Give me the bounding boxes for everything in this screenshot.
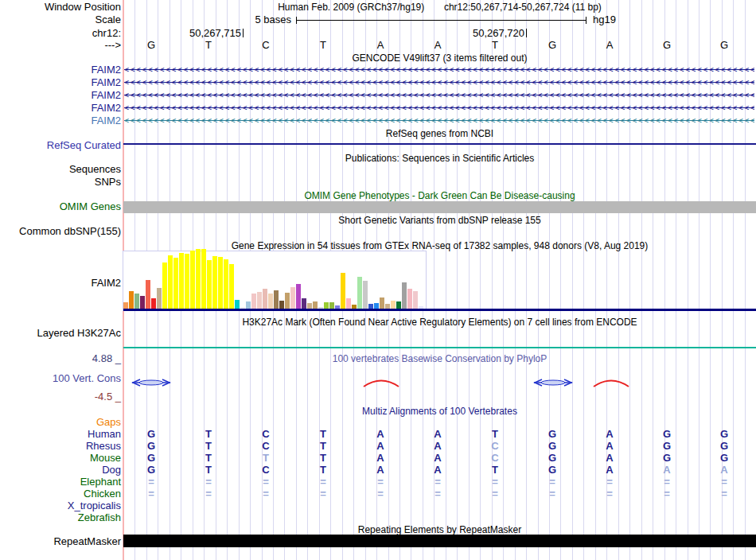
gtex-bar[interactable]	[196, 249, 201, 309]
h3k27ac-label[interactable]: Layered H3K27Ac	[0, 328, 121, 339]
gtex-bar[interactable]	[146, 280, 150, 309]
gene-label[interactable]: FAIM2	[0, 90, 121, 101]
gtex-bar[interactable]	[302, 298, 306, 309]
sequences-label[interactable]: Sequences	[0, 164, 121, 175]
gtex-bar[interactable]	[224, 259, 228, 309]
gtex-bar[interactable]	[285, 293, 290, 309]
gtex-bar[interactable]	[229, 264, 234, 309]
h3k27ac-track-line[interactable]	[123, 347, 756, 348]
gtex-bar[interactable]	[329, 302, 334, 309]
gene-model-row[interactable]: <<<<<<<<<<<<<<<<<<<<<<<<<<<<<<<<<<<<<<<<…	[124, 115, 754, 126]
gene-model-row[interactable]: <<<<<<<<<<<<<<<<<<<<<<<<<<<<<<<<<<<<<<<<…	[124, 64, 754, 76]
gtex-bar[interactable]	[341, 273, 345, 309]
chrom-label: chr12:	[0, 28, 121, 39]
gtex-bar[interactable]	[246, 301, 251, 309]
gtex-bar[interactable]	[207, 260, 212, 309]
gene-label[interactable]: FAIM2	[0, 103, 121, 114]
repeatmasker-label[interactable]: RepeatMasker	[0, 536, 121, 547]
gtex-bar[interactable]	[190, 251, 195, 309]
gene-label[interactable]: FAIM2	[0, 64, 121, 76]
align-letter: T	[317, 429, 329, 440]
gtex-bar[interactable]	[212, 256, 217, 309]
repeatmasker-bar[interactable]	[123, 535, 756, 547]
gtex-bar[interactable]	[235, 300, 240, 309]
dbsnp-label[interactable]: Common dbSNP(155)	[0, 226, 121, 237]
align-letter: =	[431, 488, 444, 500]
gtex-gene-label[interactable]: FAIM2	[0, 278, 121, 289]
gtex-bar[interactable]	[129, 291, 134, 309]
gtex-bar[interactable]	[380, 298, 384, 309]
gtex-bar[interactable]	[251, 294, 256, 309]
conservation-mark-peak-arc[interactable]	[590, 376, 632, 389]
gtex-bar[interactable]	[168, 255, 173, 309]
gtex-bar[interactable]	[368, 304, 373, 309]
gene-label[interactable]: FAIM2	[0, 77, 121, 88]
gtex-bar[interactable]	[290, 287, 295, 309]
align-letter: A	[603, 465, 616, 476]
gtex-bar[interactable]	[385, 304, 390, 309]
gtex-bar[interactable]	[173, 258, 178, 309]
gtex-bar[interactable]	[279, 301, 284, 309]
refseq-gene-line[interactable]	[123, 143, 756, 145]
gtex-bar[interactable]	[419, 306, 423, 309]
gtex-bar[interactable]	[274, 290, 279, 309]
gtex-bar[interactable]	[407, 289, 412, 309]
gtex-bar[interactable]	[240, 307, 245, 309]
gtex-bar[interactable]	[263, 289, 267, 309]
assembly-title: Human Feb. 2009 (GRCh37/hg19)	[278, 2, 424, 13]
gtex-bar[interactable]	[307, 303, 312, 309]
gtex-bar[interactable]	[391, 301, 396, 309]
gtex-bar[interactable]	[179, 253, 184, 309]
align-letter: C	[259, 465, 272, 476]
gtex-bar[interactable]	[296, 284, 301, 309]
species-label[interactable]: Chicken	[0, 488, 121, 500]
gtex-bar[interactable]	[352, 305, 357, 309]
gtex-bar[interactable]	[396, 301, 401, 309]
align-letter: G	[145, 441, 158, 452]
gtex-bar[interactable]	[162, 262, 167, 309]
gene-model-row[interactable]: <<<<<<<<<<<<<<<<<<<<<<<<<<<<<<<<<<<<<<<<…	[124, 103, 754, 114]
gtex-bar[interactable]	[402, 282, 407, 309]
gtex-bar[interactable]	[318, 307, 323, 309]
gtex-bar[interactable]	[324, 302, 329, 309]
gtex-bar[interactable]	[123, 302, 128, 309]
gtex-bar[interactable]	[201, 249, 206, 309]
species-label[interactable]: Rhesus	[0, 441, 121, 452]
refseq-curated-label[interactable]: RefSeq Curated	[0, 140, 121, 151]
species-label[interactable]: Human	[0, 429, 121, 440]
gtex-bar[interactable]	[134, 294, 139, 309]
gtex-bar[interactable]	[185, 254, 189, 309]
conservation-mark-depletion-lens[interactable]	[532, 376, 574, 389]
species-label[interactable]: Mouse	[0, 453, 121, 464]
gtex-bar[interactable]	[257, 292, 262, 309]
species-label[interactable]: Elephant	[0, 476, 121, 488]
gtex-bar[interactable]	[151, 298, 156, 309]
gtex-bar[interactable]	[140, 296, 145, 309]
species-label[interactable]: Gaps	[0, 417, 121, 428]
species-label[interactable]: Dog	[0, 465, 121, 476]
gtex-bar[interactable]	[268, 294, 273, 309]
align-letter: G	[546, 429, 559, 440]
gtex-bar[interactable]	[335, 305, 340, 309]
omim-genes-label[interactable]: OMIM Genes	[0, 201, 121, 212]
gene-model-row[interactable]: <<<<<<<<<<<<<<<<<<<<<<<<<<<<<<<<<<<<<<<<…	[124, 77, 754, 88]
gtex-bar[interactable]	[413, 291, 418, 309]
gtex-bar[interactable]	[357, 277, 362, 309]
species-label[interactable]: X_tropicalis	[0, 500, 121, 511]
align-letter: G	[661, 441, 673, 452]
gtex-bar[interactable]	[218, 257, 223, 309]
gene-model-row[interactable]: <<<<<<<<<<<<<<<<<<<<<<<<<<<<<<<<<<<<<<<<…	[124, 90, 754, 101]
gtex-bar[interactable]	[157, 288, 162, 309]
conservation-track-label[interactable]: 100 Vert. Cons	[0, 373, 121, 384]
gene-label[interactable]: FAIM2	[0, 115, 121, 126]
conservation-mark-peak-arc[interactable]	[360, 376, 402, 389]
species-label[interactable]: Zebrafish	[0, 512, 121, 523]
gtex-bar[interactable]	[363, 281, 368, 309]
gtex-bar[interactable]	[346, 298, 351, 309]
snps-label[interactable]: SNPs	[0, 177, 121, 188]
gtex-bar[interactable]	[313, 301, 318, 309]
conservation-mark-depletion-lens[interactable]	[131, 376, 172, 389]
align-letter: A	[431, 453, 444, 464]
gtex-bar[interactable]	[374, 303, 379, 309]
omim-track-bar[interactable]	[123, 201, 756, 213]
